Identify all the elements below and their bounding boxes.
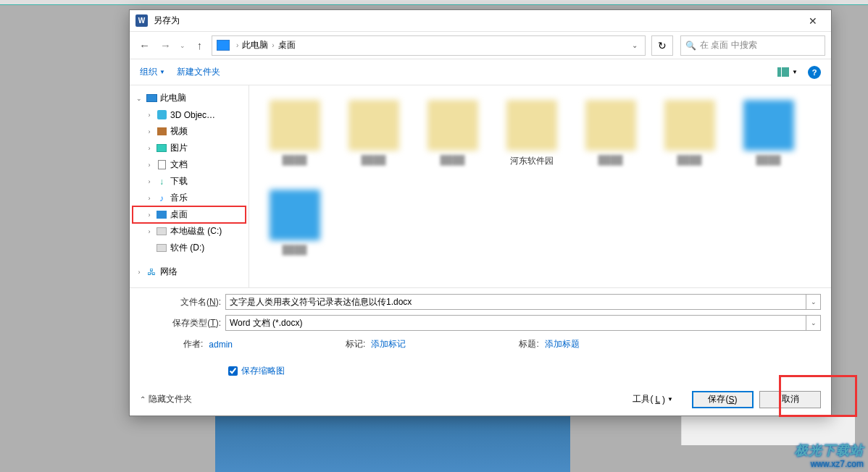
author-label: 作者: (183, 338, 203, 350)
tools-button[interactable]: 工具(L) ▼ (627, 390, 679, 408)
tree-network[interactable]: ›🖧网络 (133, 264, 246, 280)
file-item[interactable]: ████ (256, 182, 333, 269)
organize-button[interactable]: 组织▼ (140, 66, 165, 78)
save-as-dialog: W 另存为 ✕ ← → ⌄ ↑ › 此电脑 › 桌面 ⌄ ↻ 🔍 在 桌面 中搜… (129, 9, 832, 416)
help-button[interactable]: ? (808, 66, 821, 79)
tag-value[interactable]: 添加标记 (371, 338, 406, 350)
nav-bar: ← → ⌄ ↑ › 此电脑 › 桌面 ⌄ ↻ 🔍 在 桌面 中搜索 (130, 32, 831, 59)
title-value[interactable]: 添加标题 (545, 338, 580, 350)
close-button[interactable]: ✕ (798, 11, 827, 31)
tree-downloads[interactable]: ›↓下载 (133, 173, 246, 190)
file-item[interactable]: ████ (414, 93, 491, 180)
tag-label: 标记: (346, 338, 365, 350)
titlebar: W 另存为 ✕ (130, 10, 831, 32)
breadcrumb-root[interactable]: 此电脑 (242, 39, 268, 51)
bottom-panel: 文件名(N): ⌄ 保存类型(T): ⌄ 作者: admin 标记: 添加标记 … (130, 287, 831, 416)
file-list[interactable]: ████ ████ ████ 河东软件园 ████ ████ ████ ████ (249, 85, 831, 287)
search-input[interactable]: 🔍 在 桌面 中搜索 (680, 35, 825, 56)
file-item[interactable]: ████ (651, 93, 727, 180)
filename-input[interactable] (225, 294, 806, 310)
sidebar: ⌄此电脑 ›3D Objec… ›视频 ›图片 ›文档 ›↓下载 ›♪音乐 ›桌… (130, 85, 249, 287)
hide-folders-button[interactable]: ⌃隐藏文件夹 (140, 393, 192, 405)
recent-dropdown[interactable]: ⌄ (178, 36, 188, 54)
cancel-button[interactable]: 取消 (759, 391, 821, 408)
tree-desktop[interactable]: ›桌面 (133, 206, 246, 223)
search-icon: 🔍 (685, 41, 696, 51)
refresh-button[interactable]: ↻ (651, 35, 673, 56)
file-item[interactable]: ████ (572, 93, 648, 180)
tree-disk-d[interactable]: 软件 (D:) (133, 240, 246, 256)
thumbnail-label: 保存缩略图 (241, 365, 285, 377)
tree-disk-c[interactable]: ›本地磁盘 (C:) (133, 223, 246, 240)
new-folder-button[interactable]: 新建文件夹 (177, 66, 220, 78)
filetype-label: 保存类型(T): (140, 317, 225, 329)
dialog-title: 另存为 (154, 14, 798, 27)
tree-videos[interactable]: ›视频 (133, 123, 246, 140)
tree-3d-objects[interactable]: ›3D Objec… (133, 106, 246, 123)
word-icon: W (135, 14, 148, 27)
filetype-dropdown[interactable]: ⌄ (806, 315, 821, 331)
save-button[interactable]: 保存(S) (692, 391, 754, 408)
watermark: 极光下载站 www.xz7.com (795, 442, 864, 469)
breadcrumb-dropdown[interactable]: ⌄ (627, 41, 642, 49)
tree-pictures[interactable]: ›图片 (133, 140, 246, 156)
forward-button[interactable]: → (157, 36, 175, 54)
author-value[interactable]: admin (209, 340, 233, 350)
view-button[interactable]: ▼ (777, 67, 798, 77)
background-image (215, 416, 570, 472)
thumbnail-checkbox[interactable] (228, 366, 238, 376)
filetype-select[interactable] (225, 315, 806, 331)
file-item[interactable]: ████ (335, 93, 412, 180)
breadcrumb-folder[interactable]: 桌面 (278, 39, 296, 51)
file-item[interactable]: 河东软件园 (493, 93, 569, 180)
toolbar: 组织▼ 新建文件夹 ▼ ? (130, 59, 831, 85)
filename-label: 文件名(N): (140, 296, 225, 308)
up-button[interactable]: ↑ (191, 36, 209, 54)
filename-dropdown[interactable]: ⌄ (806, 294, 821, 310)
pc-icon (217, 40, 230, 51)
tree-this-pc[interactable]: ⌄此电脑 (133, 90, 246, 106)
back-button[interactable]: ← (135, 36, 154, 54)
tree-documents[interactable]: ›文档 (133, 156, 246, 173)
breadcrumb[interactable]: › 此电脑 › 桌面 ⌄ (212, 35, 646, 56)
tree-music[interactable]: ›♪音乐 (133, 190, 246, 206)
title-label: 标题: (519, 338, 538, 350)
file-item[interactable]: ████ (256, 93, 333, 180)
file-item[interactable]: ████ (730, 93, 806, 180)
